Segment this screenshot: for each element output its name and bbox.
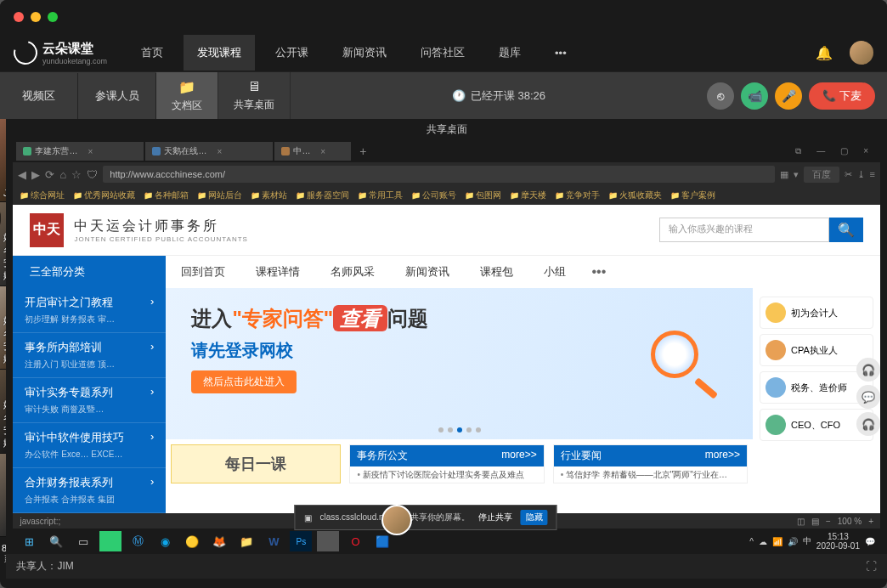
app-icon[interactable] bbox=[317, 531, 339, 551]
minimize-window-button[interactable] bbox=[31, 12, 41, 22]
chrome-icon[interactable]: 🟡 bbox=[181, 531, 203, 551]
video-tile[interactable]: 姓名 安娜 bbox=[0, 370, 6, 453]
tab-participants[interactable]: 参课人员 bbox=[78, 73, 155, 119]
site-nav-item[interactable]: 回到首页 bbox=[166, 264, 240, 280]
download-icon[interactable]: ⤓ bbox=[857, 169, 865, 180]
zoom-out-icon[interactable]: − bbox=[826, 517, 831, 526]
restore-icon[interactable]: ▢ bbox=[833, 143, 855, 160]
wechat-icon[interactable]: 💬 bbox=[856, 385, 880, 409]
app-icon[interactable] bbox=[99, 531, 121, 551]
tab-video-area[interactable]: 视频区 bbox=[0, 73, 78, 119]
category-item[interactable]: 事务所内部培训›注册入门 职业道德 顶… bbox=[13, 333, 166, 378]
nav-qa[interactable]: 问答社区 bbox=[407, 35, 478, 71]
bookmark-item[interactable]: 公司账号 bbox=[411, 189, 456, 201]
volume-icon[interactable]: 🔊 bbox=[788, 537, 798, 546]
bookmark-item[interactable]: 网站后台 bbox=[197, 189, 242, 201]
shield-icon[interactable]: 🛡 bbox=[87, 168, 98, 181]
nav-news[interactable]: 新闻资讯 bbox=[329, 35, 400, 71]
qr-icon[interactable]: ▦ bbox=[780, 169, 788, 180]
tool-document[interactable]: 📁 文档区 bbox=[156, 72, 218, 119]
category-item[interactable]: 合并财务报表系列›合并报表 合并报表 集团 bbox=[13, 468, 166, 513]
video-tile[interactable]: JIM bbox=[0, 119, 6, 202]
search-taskbar-icon[interactable]: 🔍 bbox=[45, 531, 67, 551]
site-search-input[interactable]: 输入你感兴趣的课程 bbox=[659, 218, 829, 242]
user-avatar[interactable] bbox=[850, 41, 873, 65]
hide-share-button[interactable]: 隐藏 bbox=[521, 510, 548, 525]
system-tray[interactable]: ^ ☁ 📶 🔊 中 15:13 2020-09-01 💬 bbox=[749, 532, 875, 551]
bookmark-item[interactable]: 优秀网站收藏 bbox=[73, 189, 135, 201]
video-tile[interactable]: 👤 x1 姓名 安娜 bbox=[0, 202, 6, 286]
category-item[interactable]: 审计实务专题系列›审计失败 商誉及暨… bbox=[13, 378, 166, 423]
explorer-icon[interactable]: 📁 bbox=[235, 531, 257, 551]
zoom-in-icon[interactable]: + bbox=[868, 517, 873, 526]
close-icon[interactable]: × bbox=[856, 143, 875, 160]
hero-banner[interactable]: 进入"专家问答"查看问题 请先登录网校 然后点击此处进入 bbox=[166, 288, 753, 439]
menu-icon[interactable]: ≡ bbox=[870, 169, 875, 179]
headset-icon[interactable]: 🎧 bbox=[856, 412, 880, 436]
more-link[interactable]: more>> bbox=[705, 449, 740, 463]
firefox-icon[interactable]: 🦊 bbox=[208, 531, 230, 551]
category-dropdown[interactable]: 三全部分类 bbox=[13, 256, 166, 288]
edge-icon[interactable]: ◉ bbox=[154, 531, 176, 551]
tool-share-desktop[interactable]: 🖥 共享桌面 bbox=[218, 72, 291, 119]
bookmark-item[interactable]: 服务器空间 bbox=[296, 189, 349, 201]
carousel-dots[interactable] bbox=[438, 427, 481, 433]
ext-icon[interactable]: ▾ bbox=[794, 169, 799, 180]
maxthon-icon[interactable]: Ⓜ bbox=[127, 531, 149, 551]
wifi-icon[interactable]: 📶 bbox=[772, 537, 782, 546]
nav-discover[interactable]: 发现课程 bbox=[184, 35, 255, 71]
browser-tab[interactable]: 李建东营销地图 - 网络营销× bbox=[16, 142, 144, 161]
fullscreen-icon[interactable]: ⛶ bbox=[866, 560, 877, 573]
tray-up-icon[interactable]: ^ bbox=[749, 537, 754, 546]
bookmark-item[interactable]: 摩天楼 bbox=[510, 189, 546, 201]
dual-pane-icon[interactable]: ⧉ bbox=[788, 143, 808, 160]
leave-mic-button[interactable]: 📞下麦 bbox=[809, 82, 875, 110]
search-engine[interactable]: 百度 bbox=[804, 167, 839, 183]
site-nav-item[interactable]: 名师风采 bbox=[315, 264, 390, 280]
service-icon[interactable]: 🎧 bbox=[856, 358, 880, 382]
exit-door-icon[interactable]: ⎋ bbox=[707, 82, 734, 110]
grid-icon[interactable]: ▤ bbox=[811, 517, 819, 526]
browser-tab[interactable]: 天鹅在线官网_专业的在线财× bbox=[145, 142, 273, 161]
notifications-icon[interactable]: 💬 bbox=[865, 537, 875, 546]
close-window-button[interactable] bbox=[14, 12, 24, 22]
bookmark-item[interactable]: 常用工具 bbox=[358, 189, 403, 201]
video-tile[interactable]: 姓名 安娜 bbox=[0, 286, 6, 370]
site-nav-item[interactable]: 小组 bbox=[528, 264, 581, 280]
news-item[interactable]: 笃信好学 养精蓄锐——北京"两师"行业在… bbox=[554, 466, 747, 483]
hero-cta-button[interactable]: 然后点击此处进入 bbox=[191, 370, 297, 393]
screenshot-icon[interactable]: ✂ bbox=[845, 169, 852, 180]
nav-home[interactable]: 首页 bbox=[127, 35, 177, 71]
photoshop-icon[interactable]: Ps bbox=[290, 531, 312, 551]
task-view-icon[interactable]: ▭ bbox=[72, 531, 94, 551]
nav-public[interactable]: 公开课 bbox=[262, 35, 322, 71]
category-item[interactable]: 审计中软件使用技巧›办公软件 Exce… EXCE… bbox=[13, 423, 166, 468]
bookmark-item[interactable]: 火狐收藏夹 bbox=[608, 189, 662, 201]
site-nav-item[interactable]: 课程包 bbox=[465, 264, 528, 280]
word-icon[interactable]: W bbox=[263, 531, 285, 551]
more-link[interactable]: more>> bbox=[501, 449, 536, 463]
star-icon[interactable]: ☆ bbox=[71, 168, 82, 181]
new-tab-button[interactable]: + bbox=[353, 144, 373, 158]
bookmark-item[interactable]: 包图网 bbox=[465, 189, 501, 201]
daily-lesson-tile[interactable]: 每日一课 bbox=[171, 444, 341, 483]
stop-share-button[interactable]: 停止共享 bbox=[478, 512, 512, 523]
nav-more[interactable]: ••• bbox=[541, 37, 580, 70]
url-field[interactable]: http://www.accchinese.com/ bbox=[103, 166, 774, 183]
microphone-button[interactable]: 🎤 bbox=[775, 82, 802, 110]
minimize-icon[interactable]: — bbox=[810, 143, 832, 160]
bookmark-item[interactable]: 竞争对手 bbox=[555, 189, 600, 201]
bookmark-item[interactable]: 素材站 bbox=[251, 189, 287, 201]
tab-close-icon[interactable]: × bbox=[217, 147, 266, 156]
split-icon[interactable]: ◫ bbox=[797, 517, 805, 526]
audience-card[interactable]: 初为会计人 bbox=[760, 297, 873, 329]
site-nav-item[interactable]: 新闻资讯 bbox=[390, 264, 465, 280]
home-icon[interactable]: ⌂ bbox=[59, 168, 66, 181]
bookmark-item[interactable]: 综合网址 bbox=[20, 189, 65, 201]
site-search-button[interactable]: 🔍 bbox=[829, 218, 863, 242]
nav-exam[interactable]: 题库 bbox=[485, 35, 534, 71]
cloud-tray-icon[interactable]: ☁ bbox=[759, 537, 767, 546]
forward-icon[interactable]: ▶ bbox=[31, 168, 40, 181]
category-item[interactable]: 开启审计之门教程›初步理解 财务报表 审… bbox=[13, 288, 166, 333]
ime-icon[interactable]: 中 bbox=[803, 535, 811, 547]
